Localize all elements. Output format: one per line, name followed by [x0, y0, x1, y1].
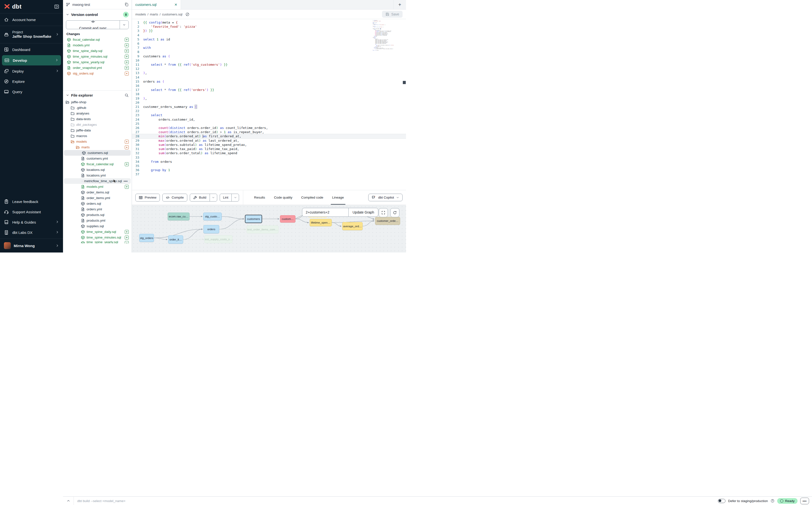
code-line-3[interactable]: 3}) }} — [132, 29, 406, 33]
tree-item-data-tests[interactable]: data-tests — [63, 116, 132, 122]
stage-file-button[interactable]: + — [125, 60, 129, 64]
sidebar-item-develop[interactable]: Develop — [2, 55, 61, 65]
update-graph-button[interactable]: Update Graph — [348, 208, 378, 216]
changed-file-time_spine_yearly.sql[interactable]: time_spine_yearly.sql+ — [63, 59, 132, 65]
code-line-6[interactable]: 6 — [132, 41, 406, 46]
tab-results[interactable]: Results — [254, 190, 265, 205]
stage-file-button[interactable]: + — [125, 43, 129, 47]
tab-lineage[interactable]: Lineage — [332, 190, 344, 205]
lint-dropdown-button[interactable] — [231, 194, 239, 201]
lineage-node-customers[interactable]: customers — [245, 215, 262, 223]
tree-item-orders-sql[interactable]: orders.sql — [63, 201, 132, 206]
tab-code-quality[interactable]: Code quality — [274, 190, 292, 205]
changed-file-stg_orders.sql[interactable]: stg_orders.sql — [63, 70, 132, 76]
tree-item-models-yml[interactable]: models.yml+ — [63, 184, 132, 189]
code-line-32[interactable]: 32 sum(orders.order_total) as lifetime_s… — [132, 151, 406, 155]
lineage-node-ecom[interactable]: ecom.raw_cu… — [168, 212, 189, 220]
code-line-33[interactable]: 33 — [132, 155, 406, 160]
tree-item-supplies-sql[interactable]: supplies.sql — [63, 223, 132, 229]
lineage-canvas[interactable]: 2+customers+2 Update Graph ecom.raw_cu…s… — [132, 205, 406, 252]
tree-item-time-spine-yearly-sql[interactable]: time_spine_yearly.sql− — [63, 240, 132, 243]
code-line-27[interactable]: 27 count(distinct orders.order_id) > 1 a… — [132, 130, 406, 134]
code-line-30[interactable]: 30 sum(orders.subtotal) as lifetime_spen… — [132, 143, 406, 147]
breadcrumb-item[interactable]: marts — [150, 12, 158, 16]
sidebar-item-help-guides[interactable]: Help & Guides — [0, 217, 63, 227]
code-line-10[interactable]: 10 — [132, 58, 406, 62]
tree-item-orders-yml[interactable]: orders.yml — [63, 206, 132, 212]
code-line-28[interactable]: 28 min(orders.ordered_at) as first_order… — [132, 134, 406, 138]
code-line-23[interactable]: 23 select — [132, 113, 406, 117]
changed-file-time_spine_minutes.sql[interactable]: time_spine_minutes.sql+ — [63, 54, 132, 59]
tree-item-marts[interactable]: marts — [63, 144, 132, 150]
stage-file-button[interactable]: + — [125, 38, 129, 42]
sidebar-item-account-home[interactable]: Account home — [0, 14, 63, 25]
code-line-19[interactable]: 19), — [132, 96, 406, 101]
code-line-13[interactable]: 13), — [132, 71, 406, 75]
tree-item-products-sql[interactable]: products.sql — [63, 212, 132, 218]
build-dropdown-button[interactable] — [210, 194, 217, 201]
search-icon[interactable] — [125, 93, 129, 97]
tree-item-jaffle-data[interactable]: jaffle-data — [63, 128, 132, 133]
lineage-node-test_supply[interactable]: test_supply_costs_s… — [204, 235, 232, 243]
changed-file-time_spine_daily.sql[interactable]: time_spine_daily.sql+ — [63, 48, 132, 54]
code-line-34[interactable]: 34 from orders — [132, 160, 406, 164]
tab-compiled-code[interactable]: Compiled code — [301, 190, 323, 205]
stage-file-button[interactable]: + — [125, 230, 129, 234]
code-line-7[interactable]: 7with — [132, 46, 406, 50]
lineage-node-orders[interactable]: orders — [203, 225, 219, 233]
code-line-8[interactable]: 8 — [132, 50, 406, 54]
sidebar-item-jaffle-shop-snowflake[interactable]: ProjectJaffle Shop Snowflake — [0, 27, 63, 42]
meta-icon[interactable] — [185, 12, 189, 16]
compile-button[interactable]: Compile — [162, 194, 187, 201]
tree-item-order-items-sql[interactable]: order_items.sql — [63, 189, 132, 195]
tree-item-locations-sql[interactable]: locations.sql — [63, 167, 132, 173]
dbt-copilot-button[interactable]: dbt Copilot — [368, 194, 402, 201]
sidebar-item-deploy[interactable]: Deploy — [0, 66, 63, 76]
code-line-25[interactable]: 25 — [132, 122, 406, 126]
code-line-20[interactable]: 20 — [132, 101, 406, 105]
code-line-37[interactable]: 37 — [132, 172, 406, 176]
breadcrumb-item[interactable]: customers.sql — [162, 12, 182, 16]
tree-item-macros[interactable]: macros — [63, 133, 132, 139]
stage-file-button[interactable]: + — [125, 55, 129, 58]
tree-item-order-items-yml[interactable]: order_items.yml — [63, 195, 132, 201]
changed-file-order_snapshot.yml[interactable]: order_snapshot.yml+ — [63, 65, 132, 70]
changed-file-models.yml[interactable]: models.yml+ — [63, 42, 132, 48]
code-line-9[interactable]: 9customers as ( — [132, 54, 406, 58]
commit-dropdown-button[interactable] — [120, 21, 129, 29]
code-line-5[interactable]: 5select 1 as id — [132, 37, 406, 41]
tree-item-customers-yml[interactable]: customers.yml — [63, 156, 132, 161]
code-line-36[interactable]: 36 group by 1 — [132, 168, 406, 172]
commit-and-sync-button[interactable]: Commit and sync — [66, 20, 129, 29]
code-line-14[interactable]: 14 — [132, 75, 406, 79]
stage-file-button[interactable]: + — [125, 66, 129, 70]
preview-button[interactable]: Preview — [135, 194, 160, 201]
tree-item--github[interactable]: .github — [63, 105, 132, 111]
code-line-12[interactable]: 12 — [132, 67, 406, 71]
tree-item-dbt-packages[interactable]: dbt_packages — [63, 122, 132, 128]
tree-item-products-yml[interactable]: products.yml — [63, 218, 132, 223]
sidebar-collapse-icon[interactable] — [54, 4, 59, 9]
tree-item-customers-sql[interactable]: customers.sql — [64, 150, 131, 156]
new-tab-button[interactable]: + — [393, 0, 406, 9]
stage-file-button[interactable]: + — [125, 162, 129, 166]
tree-item-models[interactable]: models — [63, 139, 132, 144]
code-editor[interactable]: 1{{ config(meta = {2 'favorite_food': 'p… — [132, 19, 406, 190]
code-line-1[interactable]: 1{{ config(meta = { — [132, 20, 406, 24]
tree-item-metricflow-time-spine-sql[interactable]: metricflow_time_spine.sql••• — [64, 178, 131, 184]
sidebar-item-leave-feedback[interactable]: Leave feedback — [0, 196, 63, 207]
code-line-18[interactable]: 18 — [132, 92, 406, 96]
stage-file-button[interactable]: + — [125, 49, 129, 53]
unstage-file-button[interactable]: − — [125, 241, 129, 243]
code-line-22[interactable]: 22 — [132, 109, 406, 113]
lineage-node-test_order_items[interactable]: test_order_items_com… — [247, 225, 279, 233]
sidebar-item-dashboard[interactable]: Dashboard — [0, 44, 63, 55]
changed-file-fiscal_calendar.sql[interactable]: fiscal_calendar.sql+ — [63, 37, 132, 42]
fullscreen-button[interactable] — [379, 208, 388, 217]
breadcrumb-item[interactable]: models — [135, 12, 146, 16]
close-icon[interactable]: ✕ — [174, 3, 177, 7]
sidebar-item-explore[interactable]: Explore — [0, 76, 63, 87]
code-line-35[interactable]: 35 — [132, 164, 406, 168]
code-line-21[interactable]: 21customer_orders_summary as ( — [132, 105, 406, 109]
save-button[interactable]: Save — [382, 11, 402, 18]
